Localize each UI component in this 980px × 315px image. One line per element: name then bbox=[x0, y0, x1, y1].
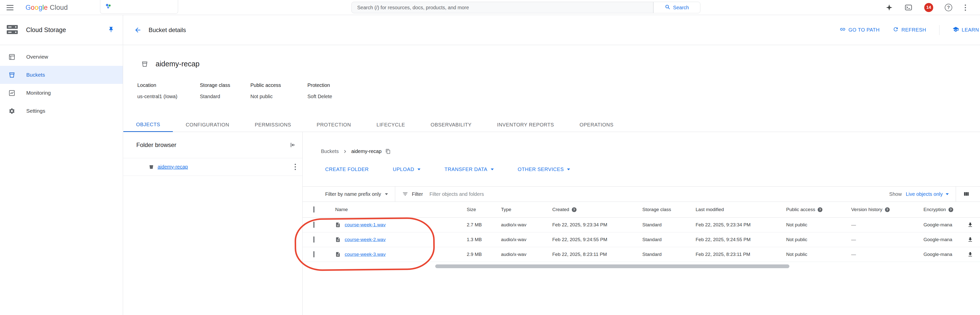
sidebar-item-monitoring[interactable]: Monitoring bbox=[0, 84, 123, 102]
download-icon[interactable] bbox=[967, 222, 973, 228]
horizontal-scrollbar-thumb[interactable] bbox=[435, 264, 789, 268]
create-folder-button[interactable]: CREATE FOLDER bbox=[325, 166, 369, 172]
bucket-metadata: Location us-central1 (Iowa) Storage clas… bbox=[137, 82, 438, 102]
meta-storage-class: Storage class Standard bbox=[200, 82, 230, 99]
sidebar-item-settings[interactable]: Settings bbox=[0, 102, 123, 120]
caret-down-icon bbox=[567, 168, 570, 170]
show-group: Show Live objects only bbox=[889, 187, 980, 201]
cell-storage-class: Standard bbox=[642, 222, 695, 228]
filter-list-icon bbox=[402, 191, 408, 197]
breadcrumb-buckets-link[interactable]: Buckets bbox=[321, 149, 339, 154]
folder-tree-bucket-link[interactable]: aidemy-recap bbox=[158, 164, 188, 170]
learn-button[interactable]: LEARN bbox=[953, 26, 979, 34]
breadcrumb-current: aidemy-recap bbox=[351, 149, 382, 154]
filter-bar: Filter by name prefix only Filter Show L… bbox=[303, 186, 980, 202]
copy-icon[interactable] bbox=[385, 149, 391, 154]
column-settings-icon[interactable] bbox=[963, 191, 969, 197]
tab-lifecycle[interactable]: LIFECYCLE bbox=[364, 118, 418, 132]
download-icon[interactable] bbox=[967, 251, 973, 257]
cloud-storage-icon bbox=[6, 24, 18, 36]
caret-down-icon bbox=[491, 168, 494, 170]
monitoring-icon bbox=[8, 90, 15, 96]
cell-public-access: Not public bbox=[786, 252, 851, 257]
filter-objects-input[interactable] bbox=[430, 187, 889, 201]
show-label: Show bbox=[889, 191, 902, 197]
help-icon[interactable]: ? bbox=[945, 4, 952, 11]
file-icon bbox=[335, 222, 340, 228]
link-icon bbox=[840, 26, 846, 34]
tab-configuration[interactable]: CONFIGURATION bbox=[173, 118, 242, 132]
learn-icon bbox=[953, 26, 959, 34]
tab-protection[interactable]: PROTECTION bbox=[304, 118, 364, 132]
page-header: Bucket details GO TO PATH REFRESH bbox=[123, 15, 980, 45]
upload-button[interactable]: UPLOAD bbox=[393, 166, 420, 172]
object-link[interactable]: course-week-1.wav bbox=[345, 222, 386, 228]
help-icon[interactable]: ? bbox=[948, 207, 953, 212]
sidebar-item-overview[interactable]: Overview bbox=[0, 48, 123, 66]
caret-down-icon bbox=[417, 168, 420, 170]
select-all-checkbox[interactable] bbox=[313, 206, 314, 213]
help-icon[interactable]: ? bbox=[572, 207, 576, 212]
folder-browser-panel: Folder browser aidemy-recap bbox=[123, 132, 303, 315]
object-link[interactable]: course-week-2.wav bbox=[345, 237, 386, 242]
tree-item-more-icon[interactable] bbox=[294, 163, 297, 171]
cell-encryption: Google-mana bbox=[923, 237, 961, 242]
col-header-last-modified: Last modified bbox=[695, 207, 786, 212]
cloud-shell-icon[interactable] bbox=[904, 4, 913, 11]
google-cloud-logo[interactable]: Google Cloud bbox=[25, 0, 68, 15]
pin-icon[interactable] bbox=[108, 26, 114, 34]
more-options-icon[interactable] bbox=[964, 3, 967, 12]
search-input[interactable] bbox=[352, 2, 653, 13]
tab-objects[interactable]: OBJECTS bbox=[123, 118, 173, 132]
other-services-button[interactable]: OTHER SERVICES bbox=[518, 166, 570, 172]
show-objects-dropdown[interactable]: Live objects only bbox=[906, 191, 949, 197]
collapse-panel-icon[interactable] bbox=[290, 142, 296, 148]
tab-inventory-reports[interactable]: INVENTORY REPORTS bbox=[484, 118, 567, 132]
gemini-sparkle-icon[interactable] bbox=[886, 4, 893, 11]
product-header: Cloud Storage bbox=[0, 15, 123, 45]
notifications-badge[interactable]: 14 bbox=[924, 3, 933, 12]
row-checkbox[interactable] bbox=[313, 237, 314, 243]
sidebar-item-buckets[interactable]: Buckets bbox=[0, 66, 123, 84]
row-checkbox[interactable] bbox=[313, 251, 314, 257]
objects-tab-content: Folder browser aidemy-recap Buckets bbox=[123, 132, 980, 315]
tab-permissions[interactable]: PERMISSIONS bbox=[242, 118, 304, 132]
refresh-icon bbox=[893, 26, 899, 34]
help-icon[interactable]: ? bbox=[818, 207, 822, 212]
cell-version-history: — bbox=[851, 252, 923, 257]
filter-prefix-dropdown[interactable]: Filter by name prefix only bbox=[325, 191, 388, 197]
cell-size: 1.3 MB bbox=[467, 237, 501, 242]
cell-version-history: — bbox=[851, 222, 923, 228]
cell-size: 2.7 MB bbox=[467, 222, 501, 228]
object-link[interactable]: course-week-3.wav bbox=[345, 252, 386, 257]
project-picker[interactable] bbox=[100, 0, 178, 14]
google-logo-cloud: Cloud bbox=[50, 4, 68, 11]
transfer-data-button[interactable]: TRANSFER DATA bbox=[444, 166, 494, 172]
filter-divider bbox=[395, 187, 395, 201]
help-icon[interactable]: ? bbox=[885, 207, 890, 212]
tab-operations[interactable]: OPERATIONS bbox=[567, 118, 626, 132]
bucket-name: aidemy-recap bbox=[156, 60, 200, 68]
search-button[interactable]: Search bbox=[653, 2, 700, 13]
col-header-public-access: Public access ? bbox=[786, 207, 851, 212]
page-actions: GO TO PATH REFRESH LEARN bbox=[840, 25, 980, 35]
download-icon[interactable] bbox=[967, 237, 973, 243]
table-row: course-week-2.wav 1.3 MB audio/x-wav Feb… bbox=[303, 232, 980, 247]
cell-type: audio/x-wav bbox=[501, 237, 552, 242]
tab-observability[interactable]: OBSERVABILITY bbox=[418, 118, 485, 132]
menu-icon[interactable] bbox=[6, 5, 14, 10]
cell-last-modified: Feb 22, 2025, 9:23:34 PM bbox=[695, 222, 786, 228]
bucket-tabs: OBJECTS CONFIGURATION PERMISSIONS PROTEC… bbox=[123, 118, 980, 132]
global-search bbox=[352, 2, 653, 13]
row-checkbox[interactable] bbox=[313, 222, 314, 228]
cell-created: Feb 22, 2025, 9:24:55 PM bbox=[552, 237, 642, 242]
bucket-icon bbox=[149, 164, 154, 170]
back-arrow-icon[interactable] bbox=[134, 26, 142, 34]
col-header-type: Type bbox=[501, 207, 552, 212]
go-to-path-button[interactable]: GO TO PATH bbox=[840, 26, 880, 34]
overview-icon bbox=[8, 54, 15, 60]
breadcrumb: Buckets aidemy-recap bbox=[321, 149, 391, 154]
gcp-console-screen: Google Cloud Search 14 ? bbox=[0, 0, 980, 315]
refresh-button[interactable]: REFRESH bbox=[893, 26, 926, 34]
cell-encryption: Google-mana bbox=[923, 222, 961, 228]
